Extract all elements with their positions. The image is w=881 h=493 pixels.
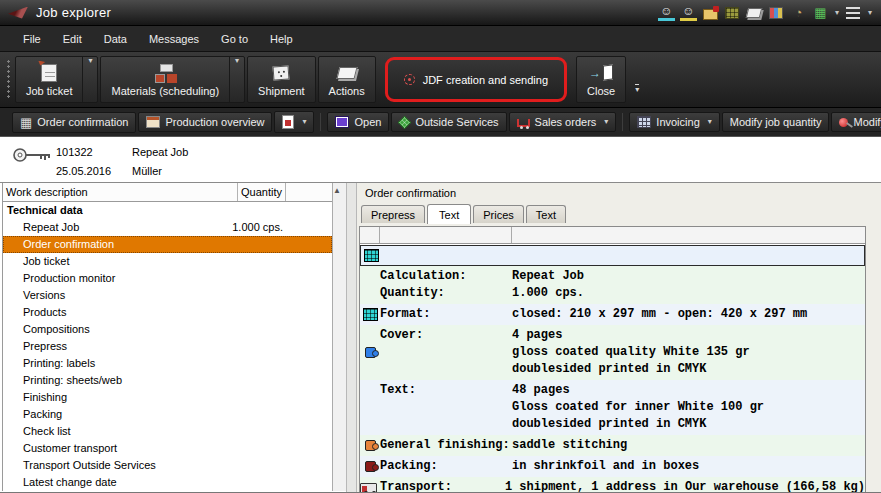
header-cell-label[interactable] [380,227,512,243]
header-cell-value[interactable] [512,227,865,243]
table-row-cover[interactable]: Cover: 4 pages gloss coated quality Whit… [360,327,865,378]
tree-item-latest-change-date[interactable]: Latest change date [3,474,332,491]
open-label: Open [354,116,381,128]
column-header-quantity[interactable]: Quantity [238,183,286,201]
panel-splitter[interactable] [346,183,357,493]
table-row-calculation[interactable]: Calculation: Repeat Job [360,268,865,285]
menu-bar: File Edit Data Messages Go to Help [0,26,881,52]
table-row-format[interactable]: Format: closed: 210 x 297 mm - open: 420… [360,306,865,323]
tree-item-check-list[interactable]: Check list [3,423,332,440]
invoicing-button[interactable]: Invoicing ▾ [629,112,719,132]
sales-orders-dropdown-caret-icon[interactable]: ▾ [604,118,608,126]
tree-group-technical-data[interactable]: Technical data [3,202,332,219]
new-contact-icon[interactable]: ☺ [658,5,675,21]
tab-strip: Prepress Text Prices Text [357,200,881,223]
tab-text-active[interactable]: Text [427,204,471,224]
header-cell-icon[interactable] [360,227,380,243]
tab-text-2[interactable]: Text [526,205,566,223]
menu-file[interactable]: File [12,28,52,50]
invoicing-calculator-icon [637,116,651,128]
column-header-empty[interactable] [286,183,332,201]
calculator-button[interactable] [724,5,741,21]
tree-item-order-confirmation[interactable]: Order confirmation [3,236,332,253]
tree-item-customer-transport[interactable]: Customer transport [3,440,332,457]
tab-prices[interactable]: Prices [473,205,524,223]
table-row-general-finishing[interactable]: General finishing: saddle stitching [360,437,865,454]
tree-item-transport-outside-services[interactable]: Transport Outside Services [3,457,332,474]
pdf-dropdown-caret-icon[interactable]: ▾ [302,118,306,126]
shipment-button[interactable]: Shipment [247,56,315,103]
tree-item-printing-sheets-web[interactable]: Printing: sheets/web [3,372,332,389]
tree-item-compositions[interactable]: Compositions [3,321,332,338]
job-explorer-window: Job explorer ☺ ☺ ◔ ▦ ▾ ▾ File Edit Data … [0,0,881,493]
layers-button[interactable] [845,5,862,21]
folder-alert-button[interactable] [702,5,719,21]
spreadsheet-button[interactable] [768,5,785,21]
close-button[interactable]: → Close [576,56,626,103]
shipment-label: Shipment [258,85,304,97]
materials-scheduling-button[interactable]: Materials (scheduling) ▾ [100,56,245,103]
tree-item-packing[interactable]: Packing [3,406,332,423]
menu-goto[interactable]: Go to [210,28,259,50]
menu-messages[interactable]: Messages [138,28,210,50]
tree-item-versions[interactable]: Versions [3,287,332,304]
main-toolbar: Job ticket ▾ Materials (scheduling) ▾ Sh… [0,52,881,108]
tree-item-printing-labels[interactable]: Printing: labels [3,355,332,372]
materials-dropdown-caret-icon[interactable]: ▾ [229,57,244,102]
export-dropdown-caret-icon[interactable]: ▾ [835,9,839,17]
right-panel-title: Order confirmation [357,183,881,200]
navigation-toolbar: ▦ Order confirmation Production overview… [0,108,881,137]
tree-item-prepress[interactable]: Prepress [3,338,332,355]
left-panel-scrollbar[interactable]: ▲ [332,183,346,491]
tree-item-job-ticket[interactable]: Job ticket [3,253,332,270]
tree-item-production-monitor[interactable]: Production monitor [3,270,332,287]
job-ticket-dropdown-caret-icon[interactable]: ▾ [82,57,97,102]
jdf-creation-button[interactable]: JDF creation and sending [385,57,567,102]
invoicing-dropdown-caret-icon[interactable]: ▾ [708,118,712,126]
edit-contact-icon[interactable]: ☺ [680,5,697,21]
calculator-cyan-icon [363,308,378,321]
table-row-quantity[interactable]: Quantity: 1.000 cps. [360,285,865,302]
pdf-export-button[interactable]: ▾ [274,111,314,133]
papers-icon [336,67,357,79]
tree-item-products[interactable]: Products [3,304,332,321]
actions-label: Actions [329,85,365,97]
table-row-packing[interactable]: Packing: in shrinkfoil and in boxes [360,458,865,475]
pdf-icon [282,115,294,129]
door-arrow-icon: → [589,67,601,79]
scroll-up-arrow-icon[interactable]: ▲ [333,187,341,205]
package-icon [273,65,290,80]
menu-help[interactable]: Help [259,28,304,50]
modify-status-button[interactable]: Modify status [831,112,881,132]
menu-edit[interactable]: Edit [52,28,93,50]
layers-dropdown-caret-icon[interactable]: ▾ [868,9,872,17]
selected-icon-row[interactable] [360,245,865,266]
order-confirmation-nav-button[interactable]: ▦ Order confirmation [12,112,136,133]
menu-data[interactable]: Data [93,28,138,50]
job-name-customer-column: Repeat Job Müller [132,143,188,181]
table-row-transport[interactable]: Transport: 1 shipment, 1 address in Our … [360,479,865,493]
job-ticket-button[interactable]: Job ticket ▾ [15,56,98,103]
work-description-tree: Technical data Repeat Job1.000 cps. Orde… [3,202,332,491]
tree-item-finishing[interactable]: Finishing [3,389,332,406]
production-overview-button[interactable]: Production overview [138,112,272,132]
toolbar-overflow-button[interactable]: ▾ [635,84,639,94]
outside-services-button[interactable]: Outside Services [391,112,506,132]
order-confirmation-panel: Order confirmation Prepress Text Prices … [357,183,881,493]
column-header-work-description[interactable]: Work description [3,183,238,201]
notes-button[interactable] [746,5,763,21]
table-row-text[interactable]: Text: 48 pages Gloss coated for inner Wh… [360,382,865,433]
sales-orders-button[interactable]: Sales orders ▾ [509,112,617,132]
modify-job-quantity-button[interactable]: Modify job quantity [722,112,830,132]
export-table-icon[interactable]: ▦ [812,5,829,21]
tab-prepress[interactable]: Prepress [361,205,425,223]
actions-button[interactable]: Actions [318,56,376,103]
tree-item-repeat-job[interactable]: Repeat Job1.000 cps. [3,219,332,236]
toolbar-grip[interactable] [6,59,11,100]
modify-job-quantity-label: Modify job quantity [730,116,822,128]
key-icon [12,146,52,166]
statistics-pie-icon[interactable]: ◔ [790,5,807,21]
materials-org-chart-icon [153,64,177,82]
titlebar-icon-cluster: ☺ ☺ ◔ ▦ ▾ ▾ [658,5,873,21]
open-button[interactable]: Open [327,112,389,132]
